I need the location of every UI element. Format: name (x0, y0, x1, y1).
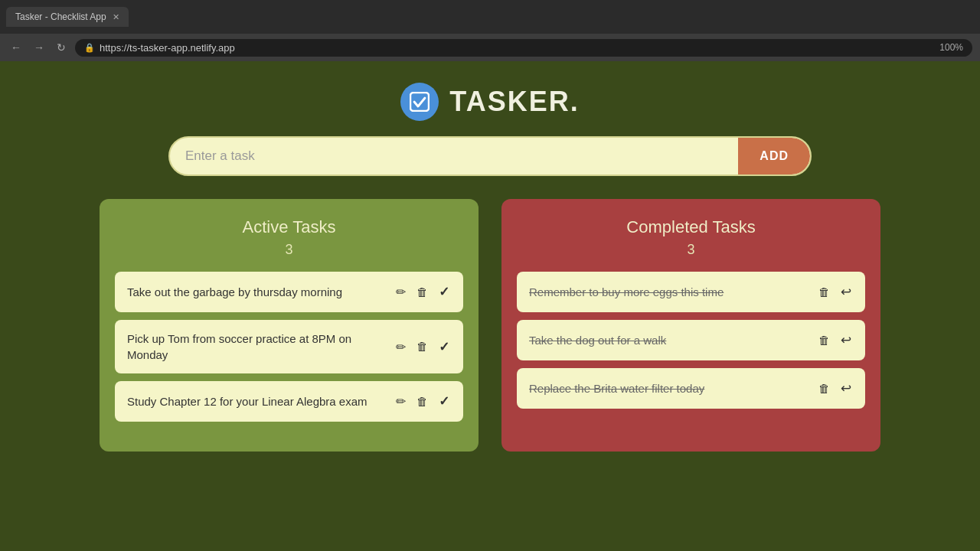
app-title: TASKER. (449, 86, 579, 118)
completed-tasks-title: Completed Tasks (517, 217, 865, 237)
app-logo (400, 83, 439, 121)
task-input-area: ADD (168, 136, 812, 176)
trash-icon (818, 334, 830, 347)
trash-icon (416, 395, 428, 409)
lock-icon: 🔒 (84, 43, 95, 53)
complete-task-1-button[interactable] (437, 282, 451, 302)
tab-close-button[interactable]: ✕ (113, 12, 119, 22)
trash-icon (818, 382, 830, 396)
delete-completed-1-button[interactable] (817, 284, 831, 301)
completed-task-actions-2 (817, 331, 853, 350)
browser-chrome: Tasker - Checklist App ✕ (0, 0, 980, 34)
active-tasks-title: Active Tasks (115, 217, 463, 237)
check-icon (439, 339, 449, 355)
undo-completed-2-button[interactable] (839, 331, 853, 350)
edit-task-2-button[interactable] (394, 338, 407, 356)
active-task-text-2: Pick up Tom from soccer practice at 8PM … (127, 331, 388, 363)
delete-task-1-button[interactable] (415, 284, 430, 301)
table-row: Take out the garbage by thursday morning (115, 272, 463, 312)
completed-tasks-count: 3 (517, 242, 865, 258)
address-bar[interactable]: 🔒 https://ts-tasker-app.netlify.app 100% (75, 39, 972, 57)
browser-tab[interactable]: Tasker - Checklist App ✕ (6, 7, 129, 27)
main-columns: Active Tasks 3 Take out the garbage by t… (0, 199, 980, 452)
undo-completed-1-button[interactable] (839, 282, 853, 302)
completed-tasks-column: Completed Tasks 3 Remember to buy more e… (501, 199, 880, 452)
undo-icon (841, 284, 851, 300)
reload-button[interactable]: ↻ (54, 40, 69, 55)
url-text: https://ts-tasker-app.netlify.app (100, 42, 235, 54)
add-task-button[interactable]: ADD (738, 138, 810, 174)
delete-completed-2-button[interactable] (817, 332, 831, 349)
undo-icon (841, 380, 851, 396)
completed-task-text-3: Replace the Brita water filter today (529, 380, 811, 396)
active-task-actions-3 (394, 392, 451, 411)
table-row: Take the dog out for a walk (517, 320, 865, 360)
active-task-text-1: Take out the garbage by thursday morning (127, 284, 388, 300)
active-task-text-3: Study Chapter 12 for your Linear Alegbra… (127, 393, 388, 409)
forward-button[interactable]: → (31, 40, 47, 55)
table-row: Pick up Tom from soccer practice at 8PM … (115, 320, 463, 373)
complete-task-2-button[interactable] (437, 337, 451, 357)
pencil-icon (396, 340, 406, 354)
completed-task-actions-3 (817, 379, 853, 398)
pencil-icon (396, 394, 406, 409)
completed-task-text-1: Remember to buy more eggs this time (529, 284, 811, 300)
active-task-actions-2 (394, 337, 451, 357)
trash-icon (818, 285, 830, 299)
delete-task-3-button[interactable] (415, 393, 430, 410)
undo-icon (841, 332, 851, 348)
edit-task-1-button[interactable] (394, 283, 407, 301)
trash-icon (416, 340, 428, 354)
delete-task-2-button[interactable] (415, 338, 430, 355)
trash-icon (416, 285, 428, 299)
active-tasks-count: 3 (115, 242, 463, 258)
completed-task-actions-1 (817, 282, 853, 302)
table-row: Remember to buy more eggs this time (517, 272, 865, 312)
app-header: TASKER. (0, 61, 980, 136)
delete-completed-3-button[interactable] (817, 380, 831, 397)
svg-rect-0 (410, 93, 429, 111)
zoom-level: 100% (939, 42, 963, 53)
check-icon (439, 284, 449, 300)
active-tasks-column: Active Tasks 3 Take out the garbage by t… (100, 199, 479, 452)
check-icon (439, 393, 449, 409)
browser-nav: ← → ↻ 🔒 https://ts-tasker-app.netlify.ap… (0, 34, 980, 61)
checkmark-logo-icon (410, 92, 430, 112)
complete-task-3-button[interactable] (437, 392, 451, 411)
completed-task-text-2: Take the dog out for a walk (529, 332, 811, 348)
pencil-icon (396, 285, 406, 299)
undo-completed-3-button[interactable] (839, 379, 853, 398)
task-input[interactable] (170, 138, 738, 174)
edit-task-3-button[interactable] (394, 393, 407, 410)
table-row: Replace the Brita water filter today (517, 368, 865, 409)
task-input-wrapper: ADD (168, 136, 812, 176)
tab-title: Tasker - Checklist App (15, 11, 106, 22)
app-container: TASKER. ADD Active Tasks 3 Take out the … (0, 61, 980, 482)
active-task-actions-1 (394, 282, 451, 302)
back-button[interactable]: ← (8, 40, 24, 55)
table-row: Study Chapter 12 for your Linear Alegbra… (115, 381, 463, 422)
